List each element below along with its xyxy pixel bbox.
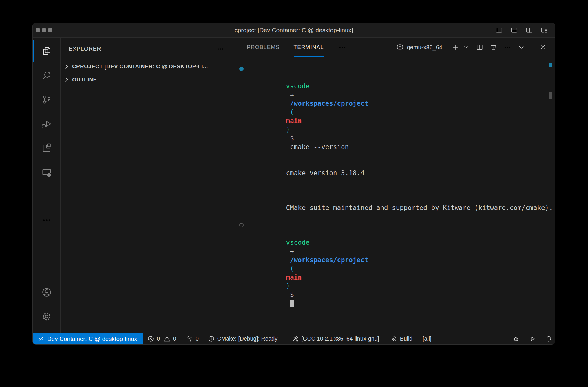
new-terminal-icon[interactable] [451,43,460,52]
panel-header: PROBLEMS TERMINAL $ qemu-x86_64 [234,38,555,57]
prompt-user: vscode [286,239,309,246]
explorer-section-outline[interactable]: OUTLINE [61,73,234,86]
sidebar-item-search[interactable] [33,63,61,87]
zoom-window-button[interactable] [48,28,52,32]
remote-indicator[interactable]: Dev Container: C @ desktop-linux [33,333,143,344]
ports-count: 0 [196,335,199,342]
sidebar-header: EXPLORER [61,38,234,60]
debug-icon [41,118,52,129]
tools-icon [292,335,299,342]
kill-terminal-icon[interactable] [489,43,498,52]
toggle-primary-sidebar-icon[interactable] [495,26,503,34]
customize-layout-icon[interactable] [540,26,548,34]
prompt-arrow: → [290,91,294,98]
error-count: 0 [157,335,160,342]
minimize-window-button[interactable] [42,28,46,32]
overview-ruler-command-mark [549,63,552,67]
terminal-cursor [290,300,294,307]
prompt-paren-close: ) [286,126,290,133]
terminal-command: cmake --version [290,143,349,151]
window-controls [36,23,52,37]
build-gear-icon [391,335,397,342]
accounts-button[interactable] [33,280,61,304]
prompt-paren-open: ( [290,108,294,116]
info-icon [208,335,215,342]
notifications-button[interactable] [545,335,552,342]
command-success-decoration-icon[interactable] [239,67,244,71]
terminal-scrollbar-thumb[interactable] [549,92,552,99]
terminal-line-prompt-2: vscode → /workspaces/cproject ( main ) $ [234,221,555,316]
warning-icon [164,335,170,342]
search-icon [41,70,52,81]
build-target[interactable]: [all] [423,335,431,342]
radio-tower-icon [186,335,193,342]
sidebar-item-run-and-debug[interactable] [33,112,61,136]
error-icon [147,335,154,342]
prompt-arrow: → [290,247,294,255]
debug-target-button[interactable] [512,335,519,342]
explorer-more-actions-icon[interactable] [217,45,224,53]
window-title: cproject [Dev Container: C @ desktop-lin… [235,27,353,34]
command-pending-decoration-icon[interactable] [239,223,244,227]
remote-label: Dev Container: C @ desktop-linux [47,335,137,342]
terminal-instance-label: qemu-x86_64 [407,44,442,51]
sidebar-item-remote-explorer[interactable] [33,160,61,185]
cmake-status[interactable]: CMake: [Debug]: Ready [208,335,277,342]
problems-status[interactable]: 0 0 [147,335,176,342]
tab-problems[interactable]: PROBLEMS [247,38,280,57]
ports-status[interactable]: 0 [186,335,199,342]
cmake-kit-label: [GCC 10.2.1 x86_64-linux-gnu] [301,335,379,342]
bug-icon [512,335,519,342]
cmake-kit[interactable]: [GCC 10.2.1 x86_64-linux-gnu] [292,335,379,342]
sidebar-item-source-control[interactable] [33,87,61,112]
prompt-path: /workspaces/cproject [290,100,368,107]
remote-icon [38,336,44,342]
split-terminal-icon[interactable] [475,43,484,52]
terminal-output-line: cmake version 3.18.4 [234,160,555,186]
status-bar-right [512,335,552,342]
prompt-branch: main [286,117,302,125]
settings-button[interactable] [33,304,61,329]
more-actions-icon[interactable] [503,43,512,52]
sidebar-item-explorer[interactable] [33,39,61,63]
prompt-branch: main [286,273,302,281]
build-target-label: [all] [423,335,431,342]
toggle-panel-icon[interactable] [510,26,518,34]
outline-section-label: OUTLINE [72,76,97,83]
activity-bar [33,38,61,333]
launch-profile-dropdown-icon[interactable] [461,43,470,52]
tab-terminal[interactable]: TERMINAL [294,38,324,57]
bottom-panel: PROBLEMS TERMINAL $ qemu-x86_64 [234,38,555,333]
sidebar-item-additional-views[interactable] [33,208,61,232]
terminal-blank-line [234,186,555,195]
close-panel-icon[interactable] [538,43,547,52]
explorer-section-workspace[interactable]: CPROJECT [DEV CONTAINER: C @ DESKTOP-LI.… [61,60,234,73]
prompt-path: /workspaces/cproject [290,256,368,264]
cmake-build-button[interactable]: Build [391,335,412,342]
terminal-line-prompt-1: vscode → /workspaces/cproject ( main ) $… [234,64,555,160]
layout-controls [495,23,548,37]
sidebar-item-extensions[interactable] [33,136,61,160]
warning-count: 0 [173,335,176,342]
hide-panel-chevron-icon[interactable] [517,43,526,52]
prompt-dollar: $ [290,134,294,142]
more-panel-views-icon[interactable] [338,43,346,51]
toggle-secondary-sidebar-icon[interactable] [525,26,533,34]
extensions-icon [41,143,52,154]
chevron-right-icon [63,76,70,83]
terminal-instance-item[interactable]: $ qemu-x86_64 [396,43,442,51]
explorer-sidebar: EXPLORER CPROJECT [DEV CONTAINER: C @ DE… [61,38,234,333]
terminal-view[interactable]: vscode → /workspaces/cproject ( main ) $… [234,57,555,333]
svg-text:$: $ [398,47,399,50]
vscode-window: cproject [Dev Container: C @ desktop-lin… [32,23,555,345]
workspace-section-label: CPROJECT [DEV CONTAINER: C @ DESKTOP-LI.… [72,63,208,70]
chevron-right-icon [63,63,70,70]
prompt-user: vscode [286,82,309,90]
prompt-paren-open: ( [290,265,294,272]
status-bar: Dev Container: C @ desktop-linux 0 0 0 [33,333,555,344]
launch-target-button[interactable] [529,335,536,342]
panel-actions: $ qemu-x86_64 [396,43,547,52]
prompt-paren-close: ) [286,282,290,290]
close-window-button[interactable] [36,28,40,32]
remote-explorer-icon [41,167,52,178]
